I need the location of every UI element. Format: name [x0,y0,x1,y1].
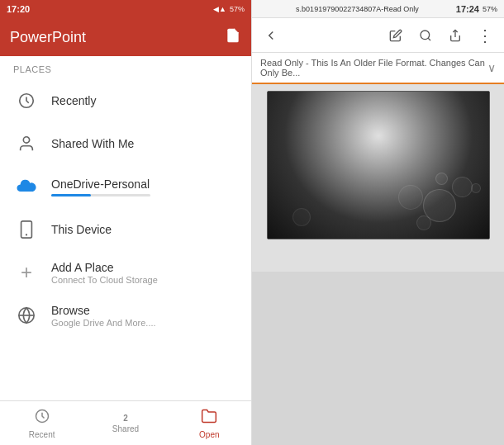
share-button[interactable] [443,23,468,48]
battery-right-icon: 57% [483,5,497,13]
right-toolbar: ⋮ [252,18,504,53]
bubble-3 [416,215,431,230]
status-bar-left: 17:20 ◀▲ 57% [0,0,251,18]
status-bar-right: s.b01919790022734807A-Read Only 17:24 57… [252,0,504,18]
bubble-2 [452,177,473,197]
slide-container [252,84,504,272]
browse-sublabel: Google Drive And More.... [51,318,156,328]
bottom-nav-open[interactable]: Open [168,401,251,445]
slide-rest-area [252,272,504,446]
nav-item-add-place[interactable]: + Add A Place Connect To Cloud Storage [0,251,251,294]
onedrive-progress-fill [51,194,91,196]
left-panel: 17:20 ◀▲ 57% PowerPoint Places [0,0,252,445]
device-label: This Device [51,223,112,236]
bottom-nav-shared[interactable]: 2 Shared [83,401,167,445]
signal-icon: ◀▲ [213,5,226,13]
nav-item-shared-content: Shared With Me [51,137,134,150]
time-left: 17:20 [7,4,30,14]
recent-nav-label: Recent [29,430,55,439]
app-header: PowerPoint [0,18,251,56]
status-icons-left: ◀▲ 57% [213,5,245,13]
nav-item-device[interactable]: This Device [0,208,251,251]
person-icon [13,130,40,157]
nav-item-recently[interactable]: Recently [0,79,251,122]
bubble-6 [292,208,311,226]
slide-preview[interactable] [267,91,490,239]
search-button[interactable] [413,23,438,48]
bubble-7 [471,183,481,193]
bottom-nav-recent[interactable]: Recent [0,401,83,445]
nav-item-add-place-content: Add A Place Connect To Cloud Storage [51,261,158,285]
read-only-banner[interactable]: Read Only - This Is An Older File Format… [252,53,504,84]
upload-icon[interactable] [225,27,241,48]
read-only-text: Read Only - This Is An Older File Format… [260,58,487,78]
shared-nav-label: Shared [112,424,139,433]
nav-list: Recently Shared With Me One [0,79,251,400]
clock-icon [13,88,40,114]
time-right: 17:24 [456,4,479,14]
nav-item-browse-content: Browse Google Drive And More.... [51,304,156,328]
edit-button[interactable] [383,23,408,48]
recent-nav-icon [34,408,50,428]
svg-point-7 [421,31,430,40]
svg-point-1 [23,137,29,143]
bubble-4 [398,185,423,210]
shared-badge: 2 [123,414,128,423]
shared-label: Shared With Me [51,137,134,150]
url-bar: s.b01919790022734807A-Read Only [259,5,456,13]
chevron-down-icon[interactable]: ∨ [487,61,496,74]
nav-item-shared[interactable]: Shared With Me [0,122,251,165]
recently-label: Recently [51,94,96,107]
places-label: Places [0,56,251,79]
add-icon: + [13,259,40,286]
right-panel: s.b01919790022734807A-Read Only 17:24 57… [252,0,504,445]
open-nav-icon [201,408,217,428]
more-button[interactable]: ⋮ [473,23,497,48]
browse-label: Browse [51,304,156,317]
device-icon [13,216,40,243]
nav-item-onedrive-content: OneDrive-Personal [51,178,150,196]
open-nav-label: Open [199,430,219,439]
add-place-label: Add A Place [51,261,158,274]
status-icons-right: 57% [483,5,497,13]
battery-icon: 57% [230,5,245,13]
browse-icon [13,302,40,329]
cloud-icon [13,173,40,200]
nav-item-browse[interactable]: Browse Google Drive And More.... [0,294,251,337]
nav-item-device-content: This Device [51,223,112,236]
back-button[interactable] [259,23,283,48]
onedrive-label: OneDrive-Personal [51,178,150,191]
nav-item-onedrive[interactable]: OneDrive-Personal [0,165,251,208]
nav-item-recently-content: Recently [51,94,96,107]
bubble-5 [435,173,448,185]
bottom-nav: Recent 2 Shared Open [0,400,251,445]
app-title: PowerPoint [10,29,86,46]
onedrive-progress-bar [51,194,150,196]
svg-line-8 [428,38,430,40]
add-place-sublabel: Connect To Cloud Storage [51,275,158,285]
